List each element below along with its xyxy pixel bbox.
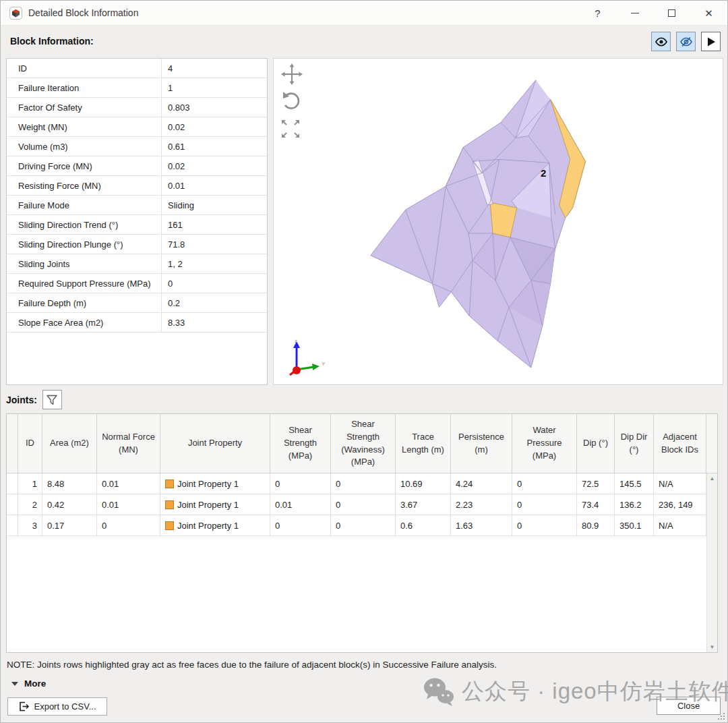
table-row: Slope Face Area (m2)8.33 — [7, 313, 267, 332]
property-label: Weight (MN) — [7, 117, 162, 136]
joint-property-label: Joint Property 1 — [177, 479, 239, 489]
cell-area: 0.17 — [42, 515, 97, 536]
property-value: 0.61 — [162, 142, 267, 152]
property-label: Resisting Force (MN) — [7, 176, 162, 195]
cell-trace-length: 10.69 — [396, 473, 451, 494]
block-info-table: ID4 Failure Iteration1 Factor Of Safety0… — [6, 58, 268, 385]
play-animation-button[interactable] — [701, 32, 721, 51]
table-row: Failure Iteration1 — [7, 78, 267, 98]
column-header[interactable]: Persistence (m) — [451, 414, 512, 473]
more-expander[interactable]: More — [11, 678, 46, 689]
export-to-csv-button[interactable]: Export to CSV... — [7, 697, 107, 716]
property-label: Failure Mode — [7, 196, 162, 214]
column-header[interactable]: Shear Strength (Waviness) (MPa) — [331, 414, 396, 473]
property-label: Factor Of Safety — [7, 98, 162, 117]
close-window-button[interactable]: ✕ — [690, 1, 727, 26]
property-label: Failure Depth (m) — [7, 293, 162, 312]
maximize-button[interactable] — [653, 1, 690, 26]
table-row[interactable]: 3 0.17 0 Joint Property 1 0 0 0.6 1.63 0… — [7, 515, 717, 536]
table-row[interactable]: 2 0.42 0.01 Joint Property 1 0.01 0 3.67… — [7, 494, 717, 515]
joint-property-label: Joint Property 1 — [177, 521, 239, 531]
play-icon — [706, 36, 717, 47]
joint-property-label: Joint Property 1 — [177, 500, 239, 510]
property-value: Sliding — [162, 200, 267, 210]
cell-shear-strength-waviness: 0 — [331, 473, 396, 494]
cell-joint-property: Joint Property 1 — [160, 494, 270, 515]
property-value: 0.02 — [162, 161, 267, 171]
zoom-extents-icon — [282, 120, 299, 138]
property-value: 161 — [162, 220, 267, 230]
cell-shear-strength-waviness: 0 — [331, 494, 396, 515]
property-value: 0.02 — [162, 122, 267, 132]
property-label: Volume (m3) — [7, 137, 162, 156]
close-button[interactable]: Close — [657, 697, 721, 715]
property-label: Sliding Direction Trend (°) — [7, 215, 162, 234]
cell-dip-dir: 350.1 — [615, 515, 654, 536]
table-row: Sliding Joints1, 2 — [7, 254, 267, 274]
property-value: 0.2 — [162, 298, 267, 308]
cell-adjacent-blocks: 236, 149 — [654, 494, 706, 515]
property-value: 1, 2 — [162, 259, 267, 269]
table-row: ID4 — [7, 59, 267, 78]
cell-id: 1 — [18, 473, 42, 494]
row-selector[interactable] — [7, 494, 18, 515]
cell-joint-property: Joint Property 1 — [160, 515, 270, 536]
hide-block-button[interactable] — [676, 32, 696, 51]
property-label: Sliding Joints — [7, 254, 162, 273]
column-header[interactable]: Trace Length (m) — [396, 414, 451, 473]
cell-id: 3 — [18, 515, 42, 536]
app-icon — [9, 7, 22, 20]
block-information-label: Block Information: — [10, 36, 94, 47]
show-block-button[interactable] — [651, 32, 671, 51]
table-row: Weight (MN)0.02 — [7, 117, 267, 137]
scroll-up-icon[interactable]: ▲ — [710, 475, 715, 482]
row-selector[interactable] — [7, 515, 18, 536]
cell-joint-property: Joint Property 1 — [160, 473, 270, 494]
vertical-scrollbar[interactable]: ▲ ▼ — [706, 473, 717, 652]
table-row: Sliding Direction Trend (°)161 — [7, 215, 267, 235]
minimize-button[interactable] — [616, 1, 653, 26]
table-row: Driving Force (MN)0.02 — [7, 156, 267, 176]
filter-joints-button[interactable] — [42, 390, 62, 409]
title-bar: Detailed Block Information ? ✕ — [1, 1, 727, 26]
joints-table-header: ID Area (m2) Normal Force (MN) Joint Pro… — [7, 414, 717, 473]
column-header[interactable]: Normal Force (MN) — [97, 414, 160, 473]
axis-y-label: Y — [322, 361, 326, 367]
cell-normal-force: 0.01 — [97, 473, 160, 494]
row-selector[interactable] — [7, 473, 18, 494]
cell-persistence: 1.63 — [451, 515, 512, 536]
cell-persistence: 4.24 — [451, 473, 512, 494]
column-header[interactable]: Dip (°) — [577, 414, 615, 473]
table-row[interactable]: 1 8.48 0.01 Joint Property 1 0 0 10.69 4… — [7, 473, 717, 494]
column-header[interactable]: Water Pressure (MPa) — [512, 414, 577, 473]
table-row: Resisting Force (MN)0.01 — [7, 176, 267, 196]
property-label: Slope Face Area (m2) — [7, 313, 162, 332]
axis-z-label: z — [295, 338, 297, 344]
property-label: Driving Force (MN) — [7, 156, 162, 175]
cell-id: 2 — [18, 494, 42, 515]
column-header[interactable]: Area (m2) — [42, 414, 97, 473]
help-button[interactable]: ? — [579, 1, 616, 26]
block-3d-viewport[interactable]: 2 z Y — [273, 58, 723, 385]
chevron-down-icon — [11, 682, 18, 686]
column-header[interactable]: Dip Dir (°) — [615, 414, 654, 473]
eye-icon — [655, 35, 668, 49]
note-text: NOTE: Joints rows highlighted gray act a… — [7, 660, 497, 670]
column-header[interactable]: Shear Strength (MPa) — [270, 414, 331, 473]
column-header — [7, 414, 18, 473]
cell-dip: 73.4 — [577, 494, 615, 515]
column-header[interactable]: Joint Property — [160, 414, 270, 473]
block-information-header: Block Information: — [1, 26, 727, 57]
close-label: Close — [677, 701, 700, 711]
scroll-down-icon[interactable]: ▼ — [710, 644, 715, 650]
cell-dip: 80.9 — [577, 515, 615, 536]
column-header[interactable]: ID — [18, 414, 42, 473]
property-value: 0.01 — [162, 181, 267, 191]
cell-area: 8.48 — [42, 473, 97, 494]
column-header[interactable]: Adjacent Block IDs — [654, 414, 706, 473]
dialog-detailed-block-information: Detailed Block Information ? ✕ Block Inf… — [0, 0, 728, 723]
axis-triad: z Y — [282, 337, 329, 379]
cell-water-pressure: 0 — [512, 494, 577, 515]
export-icon — [18, 701, 30, 712]
property-label: ID — [7, 59, 162, 78]
